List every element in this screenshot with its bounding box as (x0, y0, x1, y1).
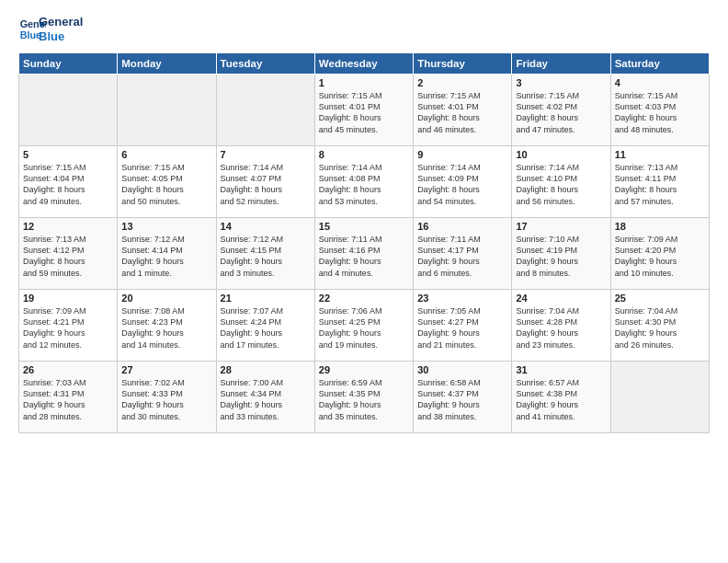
cell-info: Sunrise: 7:10 AM Sunset: 4:19 PM Dayligh… (516, 234, 606, 279)
calendar-table: SundayMondayTuesdayWednesdayThursdayFrid… (18, 52, 710, 433)
logo-blue: Blue (39, 29, 83, 44)
weekday-header-friday: Friday (512, 53, 610, 75)
calendar-cell: 8Sunrise: 7:14 AM Sunset: 4:08 PM Daylig… (314, 146, 413, 218)
cell-day-number: 7 (221, 149, 311, 160)
cell-info: Sunrise: 7:15 AM Sunset: 4:05 PM Dayligh… (121, 162, 211, 207)
calendar-week-2: 5Sunrise: 7:15 AM Sunset: 4:04 PM Daylig… (19, 146, 710, 218)
cell-info: Sunrise: 7:15 AM Sunset: 4:02 PM Dayligh… (516, 90, 606, 135)
cell-info: Sunrise: 7:08 AM Sunset: 4:23 PM Dayligh… (121, 305, 211, 350)
cell-day-number: 12 (23, 221, 113, 232)
calendar-cell: 6Sunrise: 7:15 AM Sunset: 4:05 PM Daylig… (118, 146, 216, 218)
calendar-cell: 30Sunrise: 6:58 AM Sunset: 4:37 PM Dayli… (414, 362, 512, 433)
calendar-cell: 24Sunrise: 7:04 AM Sunset: 4:28 PM Dayli… (512, 290, 610, 362)
calendar-cell: 17Sunrise: 7:10 AM Sunset: 4:19 PM Dayli… (512, 218, 610, 290)
calendar-cell: 5Sunrise: 7:15 AM Sunset: 4:04 PM Daylig… (19, 146, 118, 218)
calendar-cell: 19Sunrise: 7:09 AM Sunset: 4:21 PM Dayli… (19, 290, 118, 362)
calendar-cell: 25Sunrise: 7:04 AM Sunset: 4:30 PM Dayli… (610, 290, 709, 362)
cell-info: Sunrise: 7:13 AM Sunset: 4:12 PM Dayligh… (23, 234, 113, 279)
cell-info: Sunrise: 7:09 AM Sunset: 4:21 PM Dayligh… (23, 305, 113, 350)
cell-day-number: 22 (319, 293, 409, 304)
cell-day-number: 26 (23, 364, 113, 375)
cell-info: Sunrise: 7:02 AM Sunset: 4:33 PM Dayligh… (121, 377, 211, 422)
calendar-cell: 27Sunrise: 7:02 AM Sunset: 4:33 PM Dayli… (118, 362, 216, 433)
calendar-cell: 21Sunrise: 7:07 AM Sunset: 4:24 PM Dayli… (216, 290, 314, 362)
cell-info: Sunrise: 7:15 AM Sunset: 4:01 PM Dayligh… (417, 90, 507, 135)
cell-info: Sunrise: 7:04 AM Sunset: 4:30 PM Dayligh… (615, 305, 705, 350)
cell-day-number: 13 (121, 221, 211, 232)
calendar-cell: 29Sunrise: 6:59 AM Sunset: 4:35 PM Dayli… (314, 362, 413, 433)
calendar-cell: 9Sunrise: 7:14 AM Sunset: 4:09 PM Daylig… (414, 146, 512, 218)
cell-day-number: 19 (23, 293, 113, 304)
calendar-week-5: 26Sunrise: 7:03 AM Sunset: 4:31 PM Dayli… (19, 362, 710, 433)
cell-info: Sunrise: 7:03 AM Sunset: 4:31 PM Dayligh… (23, 377, 113, 422)
weekday-header-tuesday: Tuesday (216, 53, 314, 75)
cell-day-number: 18 (615, 221, 705, 232)
cell-info: Sunrise: 7:15 AM Sunset: 4:03 PM Dayligh… (615, 90, 705, 135)
cell-day-number: 27 (121, 364, 211, 375)
calendar-cell (610, 362, 709, 433)
weekday-header-wednesday: Wednesday (314, 53, 413, 75)
cell-day-number: 8 (319, 149, 409, 160)
cell-day-number: 25 (615, 293, 705, 304)
cell-info: Sunrise: 7:06 AM Sunset: 4:25 PM Dayligh… (319, 305, 409, 350)
calendar-cell (118, 75, 216, 146)
cell-day-number: 6 (121, 149, 211, 160)
calendar-cell: 1Sunrise: 7:15 AM Sunset: 4:01 PM Daylig… (314, 75, 413, 146)
cell-info: Sunrise: 7:04 AM Sunset: 4:28 PM Dayligh… (516, 305, 606, 350)
cell-day-number: 5 (23, 149, 113, 160)
calendar-cell: 13Sunrise: 7:12 AM Sunset: 4:14 PM Dayli… (118, 218, 216, 290)
calendar-cell: 2Sunrise: 7:15 AM Sunset: 4:01 PM Daylig… (414, 75, 512, 146)
cell-info: Sunrise: 7:07 AM Sunset: 4:24 PM Dayligh… (221, 305, 311, 350)
logo: General Blue General Blue (18, 15, 83, 43)
cell-day-number: 15 (319, 221, 409, 232)
cell-day-number: 4 (615, 77, 705, 88)
cell-day-number: 9 (417, 149, 507, 160)
cell-day-number: 16 (417, 221, 507, 232)
cell-info: Sunrise: 7:14 AM Sunset: 4:07 PM Dayligh… (221, 162, 311, 207)
calendar-cell: 28Sunrise: 7:00 AM Sunset: 4:34 PM Dayli… (216, 362, 314, 433)
calendar-week-3: 12Sunrise: 7:13 AM Sunset: 4:12 PM Dayli… (19, 218, 710, 290)
cell-info: Sunrise: 7:00 AM Sunset: 4:34 PM Dayligh… (221, 377, 311, 422)
calendar-cell: 10Sunrise: 7:14 AM Sunset: 4:10 PM Dayli… (512, 146, 610, 218)
cell-info: Sunrise: 7:15 AM Sunset: 4:01 PM Dayligh… (319, 90, 409, 135)
cell-day-number: 11 (615, 149, 705, 160)
cell-day-number: 23 (417, 293, 507, 304)
cell-day-number: 1 (319, 77, 409, 88)
cell-day-number: 29 (319, 364, 409, 375)
calendar-cell: 3Sunrise: 7:15 AM Sunset: 4:02 PM Daylig… (512, 75, 610, 146)
calendar-cell (216, 75, 314, 146)
cell-info: Sunrise: 7:14 AM Sunset: 4:10 PM Dayligh… (516, 162, 606, 207)
calendar-cell: 20Sunrise: 7:08 AM Sunset: 4:23 PM Dayli… (118, 290, 216, 362)
calendar-cell: 15Sunrise: 7:11 AM Sunset: 4:16 PM Dayli… (314, 218, 413, 290)
weekday-header-thursday: Thursday (414, 53, 512, 75)
calendar-cell: 16Sunrise: 7:11 AM Sunset: 4:17 PM Dayli… (414, 218, 512, 290)
calendar-cell: 22Sunrise: 7:06 AM Sunset: 4:25 PM Dayli… (314, 290, 413, 362)
cell-day-number: 21 (221, 293, 311, 304)
calendar-cell: 31Sunrise: 6:57 AM Sunset: 4:38 PM Dayli… (512, 362, 610, 433)
weekday-header-sunday: Sunday (19, 53, 118, 75)
cell-info: Sunrise: 7:14 AM Sunset: 4:09 PM Dayligh… (417, 162, 507, 207)
cell-info: Sunrise: 6:59 AM Sunset: 4:35 PM Dayligh… (319, 377, 409, 422)
calendar-cell (19, 75, 118, 146)
cell-info: Sunrise: 7:11 AM Sunset: 4:16 PM Dayligh… (319, 234, 409, 279)
cell-info: Sunrise: 7:13 AM Sunset: 4:11 PM Dayligh… (615, 162, 705, 207)
calendar-cell: 4Sunrise: 7:15 AM Sunset: 4:03 PM Daylig… (610, 75, 709, 146)
page: General Blue General Blue SundayMondayTu… (0, 0, 728, 563)
cell-day-number: 20 (121, 293, 211, 304)
cell-info: Sunrise: 7:12 AM Sunset: 4:15 PM Dayligh… (221, 234, 311, 279)
cell-day-number: 2 (417, 77, 507, 88)
calendar-week-4: 19Sunrise: 7:09 AM Sunset: 4:21 PM Dayli… (19, 290, 710, 362)
calendar-cell: 7Sunrise: 7:14 AM Sunset: 4:07 PM Daylig… (216, 146, 314, 218)
header: General Blue General Blue (18, 15, 710, 43)
cell-info: Sunrise: 6:58 AM Sunset: 4:37 PM Dayligh… (417, 377, 507, 422)
calendar-cell: 23Sunrise: 7:05 AM Sunset: 4:27 PM Dayli… (414, 290, 512, 362)
cell-info: Sunrise: 7:15 AM Sunset: 4:04 PM Dayligh… (23, 162, 113, 207)
cell-info: Sunrise: 7:12 AM Sunset: 4:14 PM Dayligh… (121, 234, 211, 279)
cell-info: Sunrise: 7:11 AM Sunset: 4:17 PM Dayligh… (417, 234, 507, 279)
calendar-cell: 12Sunrise: 7:13 AM Sunset: 4:12 PM Dayli… (19, 218, 118, 290)
cell-info: Sunrise: 7:14 AM Sunset: 4:08 PM Dayligh… (319, 162, 409, 207)
cell-day-number: 17 (516, 221, 606, 232)
cell-day-number: 10 (516, 149, 606, 160)
cell-day-number: 3 (516, 77, 606, 88)
calendar-week-1: 1Sunrise: 7:15 AM Sunset: 4:01 PM Daylig… (19, 75, 710, 146)
